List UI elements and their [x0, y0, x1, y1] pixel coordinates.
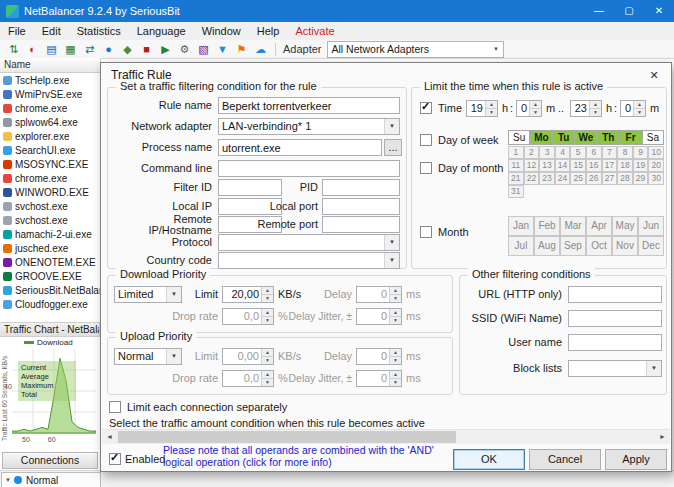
weekday-cell[interactable]: We — [575, 130, 597, 145]
month-day-cell[interactable]: 23 — [539, 172, 555, 185]
month-day-cell[interactable]: 17 — [602, 159, 618, 172]
process-list-item[interactable]: explorer.exe — [0, 129, 100, 143]
maximize-icon[interactable]: ▢ — [614, 0, 644, 22]
scroll-left-icon[interactable]: ◄ — [102, 430, 117, 444]
month-cell[interactable]: Jun — [638, 216, 664, 236]
filter-icon[interactable]: ▼ — [213, 41, 232, 58]
month-cell[interactable]: Nov — [612, 236, 638, 256]
menu-item[interactable]: File — [0, 22, 34, 40]
month-cell[interactable]: Apr — [586, 216, 612, 236]
month-day-cell[interactable]: 28 — [617, 172, 633, 185]
month-cell[interactable]: Dec — [638, 236, 664, 256]
rule-name-input[interactable] — [218, 97, 400, 114]
country-code-select[interactable]: ▼ — [218, 252, 400, 269]
remote-port-input[interactable] — [322, 216, 400, 233]
month-day-cell[interactable]: 7 — [602, 146, 618, 159]
upload-limit-stepper[interactable]: 0,00 ▲▼ — [222, 348, 274, 365]
and-operands-note[interactable]: Please note that all operands are combin… — [163, 444, 451, 468]
flag-icon[interactable]: ⚑ — [232, 41, 251, 58]
shield-icon[interactable]: ◆ — [118, 41, 137, 58]
day-of-week-checkbox[interactable] — [420, 134, 432, 146]
month-day-cell[interactable]: 30 — [648, 172, 664, 185]
month-checkbox[interactable] — [420, 226, 432, 238]
close-icon[interactable]: ✕ — [643, 66, 665, 84]
spin-up-icon[interactable]: ▲ — [634, 101, 645, 108]
month-day-cell[interactable]: 11 — [508, 159, 524, 172]
month-cell[interactable]: Feb — [534, 216, 560, 236]
protocol-select[interactable]: ▼ — [218, 234, 400, 251]
month-day-cell[interactable]: 15 — [570, 159, 586, 172]
process-list-item[interactable]: TscHelp.exe — [0, 73, 100, 87]
scroll-right-icon[interactable]: ► — [655, 430, 670, 444]
month-day-cell[interactable]: 12 — [524, 159, 540, 172]
network-adapter-select[interactable]: LAN-verbinding* 1 ▼ — [218, 118, 400, 135]
month-day-cell[interactable]: 9 — [633, 146, 649, 159]
browse-button[interactable]: ... — [384, 139, 402, 156]
chart-icon[interactable]: ▦ — [61, 41, 80, 58]
spin-up-icon[interactable]: ▲ — [262, 371, 273, 378]
month-day-cell[interactable]: 13 — [539, 159, 555, 172]
from-minute-stepper[interactable]: 0 ▲▼ — [516, 100, 542, 117]
menu-item[interactable]: Edit — [34, 22, 69, 40]
download-drop-rate-stepper[interactable]: 0,0 ▲▼ — [222, 308, 274, 325]
horizontal-scrollbar[interactable]: ◄ ► — [102, 429, 670, 444]
spin-down-icon[interactable]: ▼ — [486, 108, 497, 116]
spin-up-icon[interactable]: ▲ — [262, 309, 273, 316]
menu-item[interactable]: Window — [194, 22, 249, 40]
download-delay-stepper[interactable]: 0 ▲▼ — [356, 286, 402, 303]
weekday-cell[interactable]: Mo — [530, 130, 552, 145]
priorities-icon[interactable]: ⇅ — [4, 41, 23, 58]
spin-down-icon[interactable]: ▼ — [390, 356, 401, 364]
block-lists-select[interactable]: ▼ — [568, 360, 662, 377]
spin-down-icon[interactable]: ▼ — [390, 294, 401, 302]
weekday-cell[interactable]: Tu — [553, 130, 575, 145]
process-list-item[interactable]: Cloudfogger.exe — [0, 297, 100, 311]
month-day-cell[interactable]: 1 — [508, 146, 524, 159]
enabled-checkbox[interactable] — [109, 453, 121, 465]
upload-delay-stepper[interactable]: 0 ▲▼ — [356, 348, 402, 365]
spin-up-icon[interactable]: ▲ — [262, 349, 273, 356]
minimize-icon[interactable]: — — [584, 0, 614, 22]
to-hour-stepper[interactable]: 23 ▲▼ — [570, 100, 602, 117]
spin-up-icon[interactable]: ▲ — [390, 371, 401, 378]
spin-up-icon[interactable]: ▲ — [390, 287, 401, 294]
rules-icon[interactable]: ▤ — [42, 41, 61, 58]
month-day-cell[interactable]: 8 — [617, 146, 633, 159]
process-list-item[interactable]: GROOVE.EXE — [0, 269, 100, 283]
close-icon[interactable]: ✕ — [644, 0, 674, 22]
process-list-item[interactable]: WmiPrvSE.exe — [0, 87, 100, 101]
weekday-cell[interactable]: Su — [508, 130, 530, 145]
month-day-cell[interactable]: 3 — [539, 146, 555, 159]
month-cell[interactable]: Sep — [560, 236, 586, 256]
spin-down-icon[interactable]: ▼ — [530, 108, 541, 116]
month-cell[interactable]: Jan — [508, 216, 534, 236]
traffic-chart-header[interactable]: Traffic Chart - NetBala — [0, 322, 100, 337]
process-list-item[interactable]: SeriousBit.NetBalanc — [0, 283, 100, 297]
spin-down-icon[interactable]: ▼ — [390, 316, 401, 324]
gear-icon[interactable]: ⚙ — [175, 41, 194, 58]
spin-down-icon[interactable]: ▼ — [262, 356, 273, 364]
menu-item[interactable]: Language — [129, 22, 194, 40]
month-day-cell[interactable]: 20 — [648, 159, 664, 172]
spin-up-icon[interactable]: ▲ — [390, 349, 401, 356]
process-list-item[interactable]: WINWORD.EXE — [0, 185, 100, 199]
month-day-cell[interactable]: 25 — [570, 172, 586, 185]
filter-id-input[interactable] — [218, 179, 282, 196]
spin-down-icon[interactable]: ▼ — [262, 378, 273, 386]
month-cell[interactable]: Jul — [508, 236, 534, 256]
month-day-cell[interactable]: 31 — [508, 185, 524, 198]
spin-up-icon[interactable]: ▲ — [262, 287, 273, 294]
limit-each-connection-checkbox[interactable] — [109, 401, 121, 413]
spin-down-icon[interactable]: ▼ — [262, 316, 273, 324]
pid-input[interactable] — [322, 179, 400, 196]
month-day-cell[interactable]: 29 — [633, 172, 649, 185]
process-list-item[interactable]: jusched.exe — [0, 241, 100, 255]
name-column-header[interactable]: Name — [0, 58, 100, 73]
process-list-item[interactable]: svchost.exe — [0, 199, 100, 213]
process-list-item[interactable]: svchost.exe — [0, 213, 100, 227]
cancel-button[interactable]: Cancel — [529, 449, 601, 470]
process-list-item[interactable]: chrome.exe — [0, 101, 100, 115]
process-name-input[interactable] — [218, 139, 382, 156]
url-input[interactable] — [568, 286, 662, 303]
month-day-cell[interactable]: 26 — [586, 172, 602, 185]
